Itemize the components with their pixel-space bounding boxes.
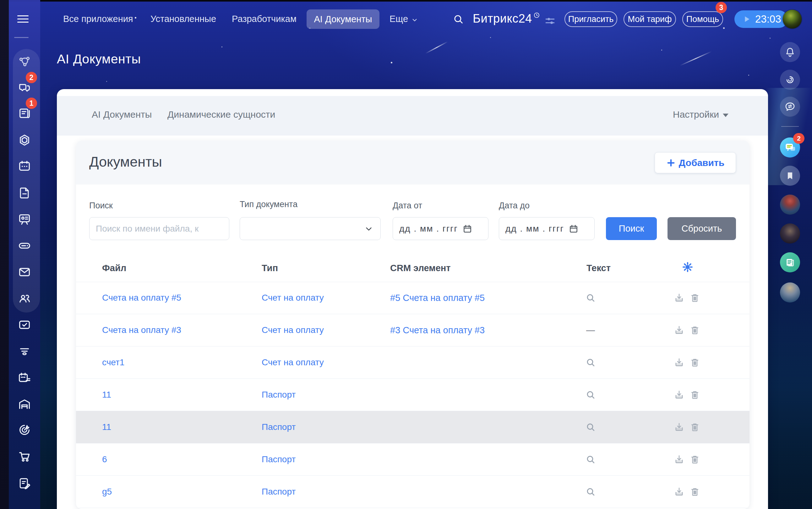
clock-badge-icon xyxy=(532,13,540,20)
col-file: Файл xyxy=(102,263,126,273)
type-link[interactable]: Счет на оплату xyxy=(262,314,324,346)
type-select[interactable] xyxy=(240,217,381,240)
delete-icon[interactable] xyxy=(689,476,701,508)
help-button[interactable]: Помощь xyxy=(682,11,723,27)
feed-icon[interactable] xyxy=(16,53,33,70)
breadcrumb-band: AI Документы Динамические сущности Настр… xyxy=(57,96,768,136)
calendar-icon xyxy=(568,224,579,234)
breadcrumb-dynamic-entities[interactable]: Динамические сущности xyxy=(167,109,275,120)
download-icon[interactable] xyxy=(673,411,685,443)
bookmarks-button[interactable] xyxy=(780,166,800,186)
user-avatar[interactable] xyxy=(780,195,800,215)
table-row: Счета на оплату #5 Счет на оплату #5 Сче… xyxy=(76,282,749,314)
warehouse-icon[interactable] xyxy=(16,396,33,413)
date-from-input[interactable]: дд . мм . гггг xyxy=(393,217,489,240)
search-input[interactable] xyxy=(89,217,229,240)
scheduler-icon[interactable] xyxy=(16,369,33,386)
chevron-down-icon xyxy=(411,16,418,24)
table-settings-gear-icon[interactable] xyxy=(682,261,694,274)
text-preview[interactable] xyxy=(584,476,597,508)
file-link[interactable]: Счета на оплату #5 xyxy=(102,282,181,314)
date-to-input[interactable]: дд . мм . гггг xyxy=(499,217,595,240)
hamburger-icon[interactable] xyxy=(17,13,29,25)
text-preview[interactable]: — xyxy=(584,314,597,346)
user-avatar[interactable] xyxy=(780,282,800,303)
notifications-button[interactable] xyxy=(780,42,800,62)
text-preview[interactable] xyxy=(584,346,597,378)
download-icon[interactable] xyxy=(673,282,685,314)
open-lines-button[interactable] xyxy=(780,97,800,117)
nav-more[interactable]: Еще xyxy=(389,14,418,24)
tasks-icon[interactable] xyxy=(16,316,33,334)
mail-icon[interactable] xyxy=(16,263,33,281)
text-preview[interactable] xyxy=(584,379,597,411)
file-link[interactable]: 6 xyxy=(102,443,107,475)
copilot-button[interactable] xyxy=(780,70,800,90)
comet-decor xyxy=(680,51,712,66)
user-avatar[interactable] xyxy=(783,10,802,29)
nav-installed[interactable]: Установленные xyxy=(151,14,216,24)
text-preview[interactable] xyxy=(584,282,597,314)
calendar-icon[interactable] xyxy=(16,157,33,175)
type-link[interactable]: Паспорт xyxy=(262,443,295,475)
nav-developers[interactable]: Разработчикам xyxy=(232,14,296,24)
type-link[interactable]: Паспорт xyxy=(262,379,295,411)
tariff-button[interactable]: Мой тариф xyxy=(624,11,676,27)
magnifier-icon xyxy=(585,421,596,433)
panel-title: Документы xyxy=(89,154,162,170)
type-link[interactable]: Паспорт xyxy=(262,476,295,508)
download-icon[interactable] xyxy=(673,476,685,508)
file-link[interactable]: Счета на оплату #3 xyxy=(102,314,181,346)
delete-icon[interactable] xyxy=(689,443,701,475)
type-link[interactable]: Счет на оплату xyxy=(262,346,324,378)
file-link[interactable]: g5 xyxy=(102,476,112,508)
crm-icon[interactable] xyxy=(16,132,33,149)
file-link[interactable]: счет1 xyxy=(102,346,124,378)
main-card: AI Документы Динамические сущности Настр… xyxy=(57,89,768,509)
sales-funnel-icon[interactable] xyxy=(16,343,33,360)
delete-icon[interactable] xyxy=(689,346,701,378)
shop-icon[interactable] xyxy=(16,447,33,465)
delete-icon[interactable] xyxy=(689,314,701,346)
add-button[interactable]: Добавить xyxy=(655,152,736,173)
download-icon[interactable] xyxy=(673,379,685,411)
timer-pill[interactable]: 23:03 xyxy=(735,10,788,28)
messenger-button[interactable]: 2 xyxy=(780,137,800,158)
nav-ai-documents-active[interactable]: AI Документы xyxy=(307,9,379,29)
type-link[interactable]: Счет на оплату xyxy=(262,282,324,314)
news-icon[interactable]: 1 xyxy=(16,104,33,122)
boards-icon[interactable] xyxy=(16,210,33,228)
user-avatar[interactable] xyxy=(780,224,800,243)
documents-icon[interactable] xyxy=(16,184,33,202)
sign-icon[interactable] xyxy=(16,474,33,492)
messenger-icon[interactable]: 2 xyxy=(16,79,33,96)
sliders-icon[interactable] xyxy=(544,15,556,28)
delete-icon[interactable] xyxy=(689,379,701,411)
company-icon[interactable] xyxy=(16,290,33,307)
file-link[interactable]: 11 xyxy=(102,379,111,411)
download-icon[interactable] xyxy=(673,443,685,475)
file-link[interactable]: 11 xyxy=(102,411,111,443)
search-icon[interactable] xyxy=(452,13,464,26)
window-top-edge xyxy=(0,0,812,2)
filter-reset-button[interactable]: Сбросить xyxy=(667,217,736,240)
breadcrumb-ai-documents[interactable]: AI Документы xyxy=(92,109,152,120)
brand-logo[interactable]: Битрикс24 xyxy=(473,12,540,26)
invite-button[interactable]: Пригласить xyxy=(564,11,617,27)
delete-icon[interactable] xyxy=(689,411,701,443)
download-icon[interactable] xyxy=(673,346,685,378)
settings-menu[interactable]: Настройки xyxy=(673,109,728,120)
filter-search-button[interactable]: Поиск xyxy=(606,217,657,240)
text-preview[interactable] xyxy=(584,411,597,443)
table-row: 6 Паспорт xyxy=(76,443,749,476)
type-link[interactable]: Паспорт xyxy=(262,411,295,443)
crm-element-link[interactable]: #3 Счета на оплату #3 xyxy=(390,314,485,346)
marketing-icon[interactable] xyxy=(16,421,33,439)
nav-all-apps[interactable]: Все приложения xyxy=(63,14,133,24)
text-preview[interactable] xyxy=(584,443,597,475)
download-icon[interactable] xyxy=(673,314,685,346)
delete-icon[interactable] xyxy=(689,282,701,314)
news-feed-button[interactable] xyxy=(780,252,800,272)
crm-element-link[interactable]: #5 Счета на оплату #5 xyxy=(390,282,485,314)
drive-icon[interactable] xyxy=(16,237,33,254)
